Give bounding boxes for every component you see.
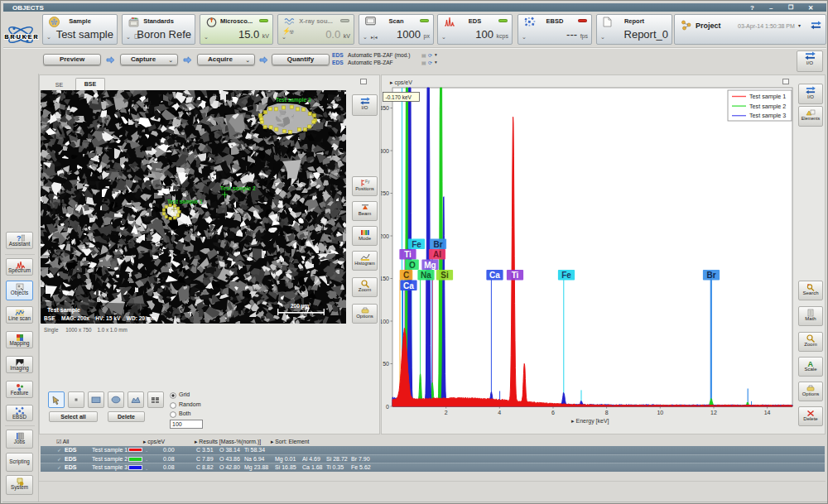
svg-text:300: 300 (381, 148, 389, 154)
svg-text:14: 14 (764, 410, 771, 415)
svg-text:8: 8 (605, 410, 609, 415)
svg-text:Ca: Ca (489, 271, 500, 280)
svg-text:Fy: Fy (365, 179, 370, 184)
svg-text:Test sample 2: Test sample 2 (220, 185, 256, 192)
svg-text:C: C (403, 271, 409, 280)
svg-text:Fe: Fe (561, 271, 571, 280)
svg-text:6: 6 (551, 410, 555, 415)
svg-text:Test sample 1: Test sample 1 (749, 93, 786, 100)
svg-text:Br: Br (433, 240, 442, 249)
svg-text:Si: Si (440, 271, 449, 280)
svg-text:10: 10 (657, 410, 663, 415)
svg-text:200 µm: 200 µm (291, 303, 309, 310)
svg-text:Test sample 2: Test sample 2 (749, 103, 786, 110)
svg-text:Ca: Ca (403, 281, 414, 290)
svg-text:Ti: Ti (404, 250, 412, 259)
svg-text:Test sample 1: Test sample 1 (167, 199, 203, 205)
svg-text:Mg: Mg (424, 261, 436, 270)
svg-text:Test sample 3: Test sample 3 (749, 112, 786, 119)
svg-text:Al: Al (433, 250, 441, 259)
svg-text:2: 2 (445, 410, 448, 415)
svg-text:0: 0 (386, 404, 389, 410)
svg-text:350: 350 (381, 105, 389, 111)
svg-text:Test sample 3: Test sample 3 (276, 97, 311, 103)
svg-text:Test sample: Test sample (47, 307, 80, 314)
svg-text:Br: Br (706, 271, 715, 280)
svg-text:Na: Na (421, 271, 431, 280)
svg-text:▸ cps/eV: ▸ cps/eV (390, 79, 412, 86)
svg-text:100: 100 (381, 319, 389, 324)
svg-text:Fe: Fe (412, 240, 421, 249)
svg-text:Ti: Ti (512, 271, 519, 280)
svg-text:200: 200 (381, 233, 389, 239)
svg-text:12: 12 (710, 410, 717, 415)
svg-text:O: O (409, 261, 416, 270)
svg-text:50: 50 (383, 361, 389, 367)
svg-text:▸ Energy [keV]: ▸ Energy [keV] (571, 418, 609, 425)
svg-text:150: 150 (381, 276, 389, 281)
svg-text:250: 250 (381, 190, 389, 196)
svg-text:-0.170 keV: -0.170 keV (386, 94, 412, 100)
svg-text:BSE MAG: 200x HV: 15 kV: BSE MAG: 200x HV: 15 kV WD: 20 mm (44, 315, 156, 321)
svg-text:4: 4 (498, 410, 501, 415)
